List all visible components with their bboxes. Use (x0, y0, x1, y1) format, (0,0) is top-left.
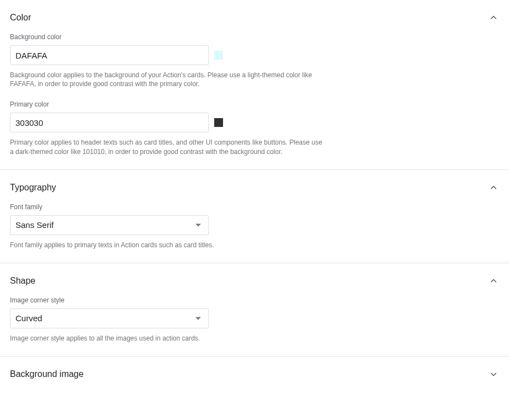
field-primary-color: Primary color Primary color applies to h… (10, 100, 499, 156)
chevron-up-icon (488, 12, 499, 23)
corner-style-label: Image corner style (10, 296, 499, 304)
field-corner-style: Image corner style Curved Image corner s… (10, 296, 499, 343)
field-font-family: Font family Sans Serif Font family appli… (10, 203, 499, 249)
primary-color-input[interactable] (10, 113, 209, 132)
primary-color-label: Primary color (10, 100, 499, 108)
section-color-header[interactable]: Color (10, 6, 499, 30)
chevron-up-icon (488, 182, 499, 193)
primary-color-help: Primary color applies to header texts su… (10, 138, 326, 156)
section-shape-title: Shape (10, 276, 35, 286)
section-color-title: Color (10, 13, 31, 23)
section-typography-header[interactable]: Typography (10, 176, 499, 200)
corner-style-select[interactable]: Curved (10, 309, 209, 328)
section-background-image-title: Background image (10, 369, 83, 379)
background-color-help: Background color applies to the backgrou… (10, 71, 326, 88)
section-color: Color Background color Background color … (0, 0, 509, 170)
background-color-input[interactable] (10, 45, 209, 65)
font-family-help: Font family applies to primary texts in … (10, 241, 326, 249)
corner-style-value: Curved (15, 313, 42, 323)
font-family-value: Sans Serif (15, 220, 54, 230)
background-color-label: Background color (10, 33, 499, 41)
corner-style-select-wrap: Curved (10, 309, 209, 328)
primary-color-swatch[interactable] (214, 118, 223, 127)
background-color-row (10, 45, 499, 65)
background-color-swatch[interactable] (214, 51, 223, 60)
font-family-label: Font family (10, 203, 499, 211)
field-background-color: Background color Background color applie… (10, 33, 499, 88)
section-background-image-header[interactable]: Background image (10, 362, 499, 386)
section-shape-header[interactable]: Shape (10, 269, 499, 293)
section-background-image: Background image (0, 357, 509, 392)
chevron-down-icon (488, 369, 499, 380)
section-typography-title: Typography (10, 183, 56, 193)
font-family-select[interactable]: Sans Serif (10, 215, 209, 235)
primary-color-row (10, 113, 499, 132)
section-typography: Typography Font family Sans Serif Font f… (0, 170, 509, 263)
font-family-select-wrap: Sans Serif (10, 215, 209, 235)
section-shape: Shape Image corner style Curved Image co… (0, 263, 509, 357)
chevron-up-icon (488, 275, 499, 286)
corner-style-help: Image corner style applies to all the im… (10, 334, 326, 343)
